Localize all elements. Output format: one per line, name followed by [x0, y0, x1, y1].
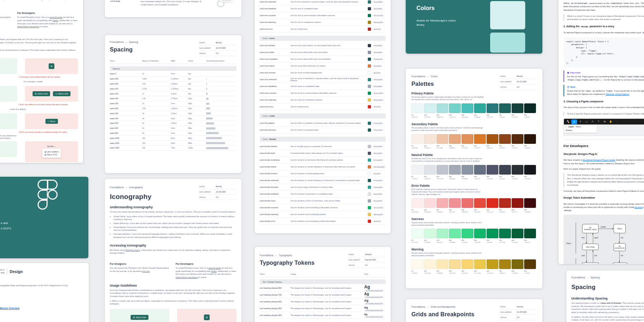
cart-icon-only-button[interactable]: ⊞ [204, 314, 210, 320]
usage-cell: Use for links in a pressed state. [291, 129, 368, 131]
breadcrumb[interactable]: Foundations→Spacing [571, 276, 644, 279]
do-example-tile [0, 86, 17, 102]
docs-step-3-heading: 3. Choosing a Figma component [564, 100, 644, 104]
palette-badge: Success/600 [372, 92, 384, 94]
token-cell: color.border.warning [260, 213, 291, 215]
palette-badge: Primary/600 [372, 122, 384, 125]
palette-badge: Neutral/100 [372, 193, 383, 195]
table-section-row: Color |Border [260, 137, 386, 142]
phosphor-icons-link[interactable]: Phosphor Icons [125, 249, 140, 251]
figma-toolbar-screenshot: ▚ ➤ # ▢ ✐ T ⊞ ✋ ◌ ◈ ◑ ❏ ⌕LayersAssets De… [564, 118, 644, 136]
usage-cell: Use for text to emphasize caution. [291, 21, 368, 23]
blocks-overview-link[interactable]: Blocks Overview [0, 307, 89, 309]
understanding-heading: Understanding Iconography [110, 205, 236, 209]
page-dropdown[interactable]: Desktop ⌄ [566, 129, 595, 132]
frame-tool-icon[interactable]: # [577, 120, 583, 123]
palette-swatch: 700#8D4417 [499, 134, 511, 149]
token-cell: color.icon.emphasis [260, 58, 291, 60]
menu-item-last-updated[interactable]: ▤ Last Updated [44, 151, 58, 153]
add-to-cart-bag-button[interactable]: ⊔Add to Cart [53, 91, 70, 96]
usage-cell: Use to visually group or separate UI ele… [291, 145, 368, 147]
move-tool-icon[interactable]: ➤ [571, 119, 577, 124]
sort-by-dropdown[interactable]: Sort By ⌄ [42, 145, 60, 147]
color-token-row: color.text.error Use for critical text. … [260, 26, 386, 33]
designs-plugin-guide-link[interactable]: Storybook Designs Plug-in Guide [583, 158, 615, 161]
usage-rule-1: 1. When in doubt, pair icons with text l… [0, 49, 78, 55]
cart-icon-only-button[interactable]: ⊞ [49, 63, 55, 69]
table-section-row: Text / Display Heading [260, 279, 386, 284]
tab-layers[interactable]: Layers [569, 126, 574, 128]
token-cell: color.icon.brand [260, 65, 291, 67]
docs-paragraph: Currently, we have all Storybook compone… [564, 189, 644, 192]
table-fragment-card: -extra-large ame interaction-related inf… [105, 0, 241, 17]
instructions-link[interactable]: follow these instructions [176, 276, 198, 278]
token-cell: space-025 [110, 78, 142, 80]
palette-swatch: 800#911710 [512, 198, 523, 213]
token-cell: color.border.disabled [260, 193, 291, 195]
lockup-fragment: ning [0, 272, 4, 274]
lockup-fragment: ent of [0, 269, 4, 272]
style-badge: text-heading-display-600 [364, 302, 384, 305]
hand-tool-icon[interactable]: ✋ [608, 120, 614, 123]
figma-canvas[interactable]: We will be using Phosphor Icons, a third… [0, 0, 644, 322]
color-token-row: color.border.inverse Use for borders on … [260, 170, 386, 177]
token-cell: space-0 [110, 73, 142, 75]
add-to-cart-button[interactable]: ⊞Add to Cart [33, 91, 50, 96]
sort-menu: ▤ Last Updated ▥ Name (A-Z) [42, 148, 60, 158]
color-border-token-table: color.border.default Use to visually gro… [260, 143, 386, 225]
palette-swatch: 900#0B2927 [524, 103, 536, 118]
spacing-table: space-0 0x 0rem 0px space-025 0.25x 0.12… [110, 72, 236, 151]
docs-paragraph: The type of link you put in the url fiel… [564, 106, 644, 109]
usage-guidelines-heading: Usage Guidelines [110, 284, 236, 287]
menu-icon[interactable]: ▚ [565, 120, 571, 123]
comment-icon[interactable]: ◌ [614, 120, 620, 123]
palette-swatch: 300#74D2CB [449, 103, 461, 118]
accessing-heading: Accessing Iconography [110, 244, 236, 247]
palette-badge: Warning/500 [372, 213, 384, 216]
instructions-link[interactable]: follow these instructions [17, 25, 39, 28]
usage-cell: Use for borders communicating a favorabl… [291, 206, 368, 209]
for-developers-heading: For Developers [17, 12, 78, 14]
table-row: space-300 3x 1.5rem 24px [110, 111, 236, 116]
usage-paragraph: Icons are designed with similar consider… [0, 38, 78, 47]
add-to-cart-button[interactable]: ⊞Add to Cart [131, 315, 148, 320]
token-cell: text.heading.display.700 [260, 294, 291, 296]
color-token-row: color.text.disabled Use for text in a di… [260, 5, 386, 12]
story-code-block[interactable]: export const NameofStory: Story = { para… [564, 37, 644, 68]
git-issue-link[interactable]: git issue [634, 206, 643, 208]
palette-swatch: 400#EB6F6E [462, 198, 473, 213]
token-cell: color.text.selected [260, 1, 291, 3]
palette-badge: Neutral/300 [372, 200, 383, 202]
tab-assets[interactable]: Assets [576, 126, 581, 128]
palette-badge: Error/700 [372, 28, 382, 30]
general-guide-link[interactable]: general guide [50, 16, 63, 18]
general-guide-link[interactable]: general guide [209, 267, 221, 269]
shape-tool-icon[interactable]: ▢ [584, 120, 589, 123]
pen-tool-icon[interactable]: ✐ [590, 120, 595, 123]
menu-item-name-az[interactable]: ▥ Name (A-Z) [44, 153, 58, 156]
react-guide-link[interactable]: React [53, 19, 58, 21]
resources-icon[interactable]: ⊞ [602, 120, 608, 123]
token-cell: color.text.warning [260, 21, 291, 23]
style-badge: text-heading-display-400 [364, 316, 384, 318]
palette-section-primary: Primary Palette The primary palette is u… [411, 92, 537, 118]
palette-badge: Primary/700 [372, 58, 384, 60]
table-row: space-0 0x 0rem 0px [110, 72, 236, 77]
important-icon: ▣ [567, 71, 569, 74]
react-guide-link[interactable]: React [211, 270, 216, 272]
color-swatch [368, 192, 371, 196]
figma-plugin-link[interactable]: this link [143, 270, 150, 272]
usage-cell: Use for borders communicating critical i… [291, 220, 368, 222]
dont-example-tile: ⊞Add to Cart ⊔Add to Cart [25, 86, 78, 102]
usage-cell: Use for critical text. [291, 28, 368, 30]
spacing-bar [206, 147, 228, 149]
table-row: space-250 2.5x 1.25rem 20px [110, 106, 236, 111]
color-token-row: color.border.selected Use for borders or… [260, 177, 386, 184]
home-button[interactable]: ⌂Home [45, 119, 58, 124]
table-row: space-150 1.5x 0.75rem 12px [110, 96, 236, 101]
token-cell: space-050 [110, 83, 142, 85]
text-tool-icon[interactable]: T [596, 120, 601, 123]
palette-badge: Primary/600 [372, 179, 384, 182]
figspec-link[interactable]: Optional: Using Figspec [606, 93, 629, 95]
search-icon[interactable]: ⌕ [566, 126, 567, 128]
